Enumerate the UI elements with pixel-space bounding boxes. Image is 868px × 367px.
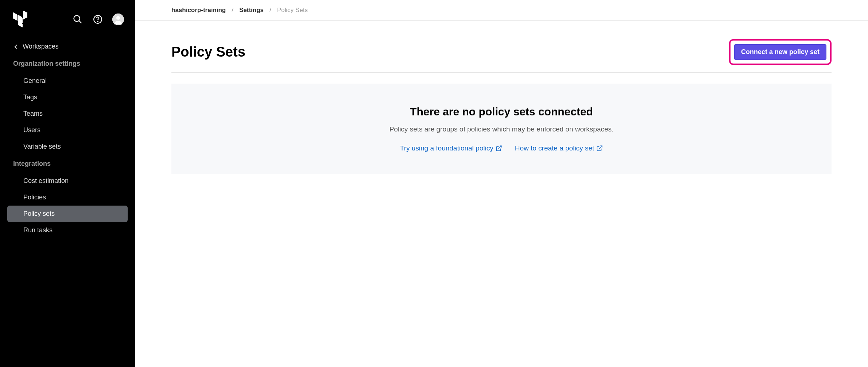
back-link-label: Workspaces [23, 43, 59, 50]
empty-state-title: There are no policy sets connected [186, 106, 817, 118]
highlight-annotation: Connect a new policy set [729, 39, 832, 65]
search-icon[interactable] [72, 14, 83, 25]
empty-state-description: Policy sets are groups of policies which… [186, 125, 817, 133]
svg-line-5 [79, 20, 82, 23]
sidebar-item-users[interactable]: Users [7, 122, 128, 138]
breadcrumb-separator: / [270, 7, 271, 14]
back-to-workspaces[interactable]: Workspaces [0, 38, 135, 55]
main-content: hashicorp-training / Settings / Policy S… [135, 0, 868, 367]
empty-state: There are no policy sets connected Polic… [171, 84, 832, 174]
sidebar-item-variable-sets[interactable]: Variable sets [7, 138, 128, 155]
how-to-create-link[interactable]: How to create a policy set [515, 144, 603, 152]
breadcrumb-current: Policy Sets [277, 7, 308, 14]
breadcrumb: hashicorp-training / Settings / Policy S… [135, 0, 868, 21]
svg-point-7 [97, 21, 98, 22]
sidebar-item-general[interactable]: General [7, 73, 128, 89]
breadcrumb-separator: / [232, 7, 233, 14]
svg-line-11 [599, 146, 602, 149]
sidebar-section-integrations: Integrations [0, 155, 135, 173]
sidebar-section-org-settings: Organization settings [0, 55, 135, 73]
sidebar-item-teams[interactable]: Teams [7, 106, 128, 122]
svg-point-4 [74, 15, 80, 21]
foundational-policy-link[interactable]: Try using a foundational policy [400, 144, 502, 152]
connect-policy-set-button[interactable]: Connect a new policy set [734, 44, 826, 60]
sidebar-item-run-tasks[interactable]: Run tasks [7, 222, 128, 238]
sidebar-item-cost-estimation[interactable]: Cost estimation [7, 173, 128, 189]
breadcrumb-settings[interactable]: Settings [239, 7, 264, 14]
sidebar-item-tags[interactable]: Tags [7, 89, 128, 106]
page-title: Policy Sets [171, 44, 245, 60]
breadcrumb-org[interactable]: hashicorp-training [171, 7, 226, 14]
sidebar-item-policies[interactable]: Policies [7, 189, 128, 206]
page-header: Policy Sets Connect a new policy set [171, 39, 832, 73]
external-link-icon [596, 145, 603, 152]
sidebar: Workspaces Organization settings General… [0, 0, 135, 367]
help-icon[interactable] [92, 14, 103, 25]
sidebar-item-policy-sets[interactable]: Policy sets [7, 206, 128, 222]
chevron-left-icon [14, 45, 18, 49]
empty-state-links: Try using a foundational policy How to c… [186, 144, 817, 152]
sidebar-header [0, 11, 135, 38]
svg-line-10 [498, 146, 501, 149]
user-avatar[interactable] [112, 14, 124, 25]
terraform-logo-icon[interactable] [13, 11, 27, 27]
content-area: Policy Sets Connect a new policy set The… [135, 21, 868, 192]
external-link-icon [496, 145, 502, 152]
sidebar-header-icons [72, 14, 124, 25]
svg-point-9 [116, 16, 120, 20]
